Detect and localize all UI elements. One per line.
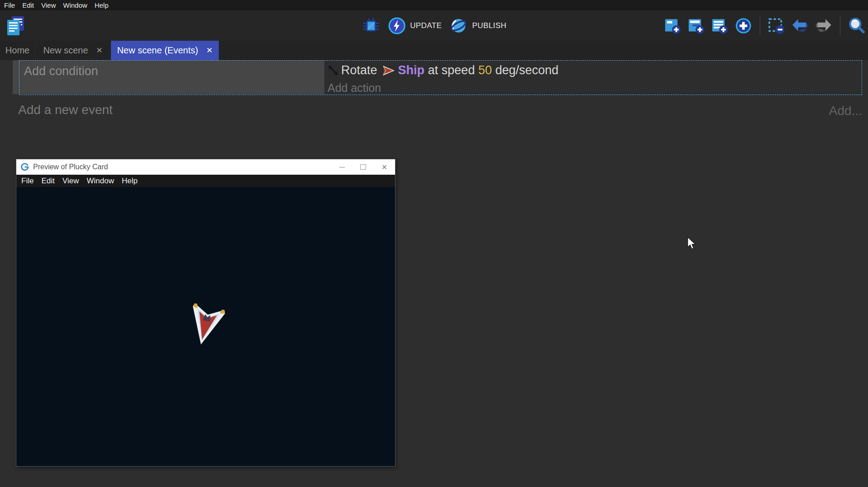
action-value: 50 [478,63,492,77]
preview-menu-edit[interactable]: Edit [41,177,54,186]
action-object: Ship [398,63,425,77]
preview-menubar: File Edit View Window Help [16,175,395,187]
project-manager-icon[interactable] [6,15,27,37]
update-label: UPDATE [410,21,442,30]
tab-close-icon[interactable]: ✕ [206,47,212,54]
gdevelop-logo-icon [21,163,29,171]
undo-icon[interactable] [791,16,810,35]
action-unit: deg/second [492,63,559,77]
minimize-icon [339,167,345,167]
preview-menu-help[interactable]: Help [122,177,138,186]
toolbar-divider [840,16,840,35]
menu-view[interactable]: View [41,1,56,9]
redo-icon[interactable] [814,16,833,35]
action-verb: Rotate [341,63,377,77]
add-condition-placeholder: Add condition [24,64,98,78]
actions-column: Rotate Ship at speed 50 deg/second Add a… [324,60,863,94]
add-new-event-placeholder[interactable]: Add a new event [18,103,113,117]
main-menubar: File Edit View Window Help [0,0,868,10]
conditions-column[interactable]: Add condition [13,60,324,94]
preview-menu-window[interactable]: Window [87,177,114,186]
menu-edit[interactable]: Edit [22,1,34,9]
menu-file[interactable]: File [4,1,15,9]
add-comment-icon[interactable] [710,16,729,35]
action-preposition: at speed [424,63,478,77]
game-canvas[interactable] [16,187,395,466]
tab-close-icon[interactable]: ✕ [96,47,102,54]
menu-help[interactable]: Help [95,1,109,9]
tab-label: Home [5,45,29,56]
maximize-button[interactable] [352,159,374,175]
event-row: Add condition Rotate Ship [0,60,868,96]
preview-menu-view[interactable]: View [63,177,79,186]
preview-title: Preview of Plucky Card [33,163,108,171]
rotate-action[interactable]: Rotate Ship at speed 50 deg/second [327,63,559,77]
toolbar-divider [760,16,760,35]
publish-globe-icon [449,16,468,35]
add-sub-event-icon[interactable] [687,16,706,35]
close-icon: ✕ [381,163,387,172]
add-event-icon[interactable] [663,16,682,35]
tab-home[interactable]: Home [0,41,35,60]
main-toolbar: UPDATE PUBLISH [0,10,868,41]
publish-label: PUBLISH [472,21,506,30]
minimize-button[interactable] [331,159,352,175]
ship-sprite [182,301,229,350]
update-button[interactable]: UPDATE [388,17,442,35]
update-bolt-icon [388,17,406,35]
preview-window: Preview of Plucky Card ✕ File Edit View … [16,159,395,467]
tab-new-scene-events[interactable]: New scene (Events) ✕ [111,41,219,60]
editor-tabbar: Home New scene ✕ New scene (Events) ✕ [0,41,868,60]
preview-menu-file[interactable]: File [21,177,34,186]
tab-new-scene[interactable]: New scene ✕ [35,41,111,60]
tab-label: New scene [43,45,88,56]
choose-event-icon[interactable] [734,16,753,35]
add-action-placeholder[interactable]: Add action [328,81,381,95]
ship-object-icon [382,65,395,76]
rotate-action-icon [327,64,339,76]
close-button[interactable]: ✕ [374,159,395,175]
maximize-icon [360,164,366,170]
add-more-button[interactable]: Add... [829,104,862,118]
preview-titlebar[interactable]: Preview of Plucky Card ✕ [16,159,395,175]
tab-label: New scene (Events) [117,45,198,56]
delete-selection-icon[interactable] [767,16,786,35]
publish-button[interactable]: PUBLISH [449,16,506,35]
debugger-icon[interactable] [362,16,381,35]
menu-window[interactable]: Window [63,1,87,9]
search-icon[interactable] [847,16,866,35]
gdevelop-window: File Edit View Window Help [0,0,868,487]
